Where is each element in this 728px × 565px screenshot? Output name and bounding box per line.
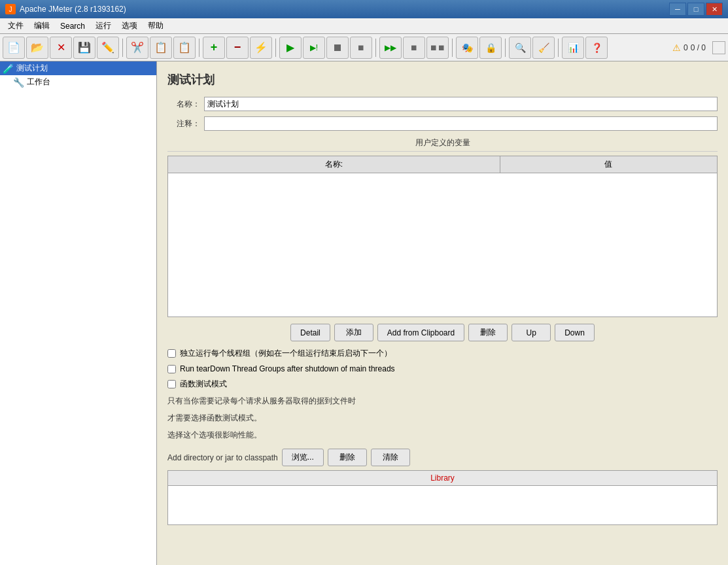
- window-title: Apache JMeter (2.8 r1393162): [20, 5, 665, 14]
- menu-search[interactable]: Search: [55, 20, 90, 32]
- ssl-button[interactable]: 🔒: [479, 37, 502, 59]
- separator-4: [375, 39, 376, 57]
- browse-button[interactable]: 浏览...: [282, 449, 324, 466]
- menu-bar: 文件 编辑 Search 运行 选项 帮助: [0, 18, 728, 34]
- desc-line2: 才需要选择函数测试模式。: [167, 412, 718, 424]
- delete-variable-button[interactable]: 删除: [468, 324, 508, 341]
- name-label: 名称：: [167, 99, 200, 110]
- menu-edit[interactable]: 编辑: [29, 19, 55, 33]
- teardown-threads-label: Run tearDown Thread Groups after shutdow…: [180, 364, 395, 373]
- save-as-button[interactable]: ✏️: [97, 37, 119, 59]
- warning-count: 0: [684, 43, 688, 52]
- detail-button[interactable]: Detail: [290, 324, 330, 341]
- clear-button[interactable]: ⚡: [250, 37, 272, 59]
- desc-line3: 选择这个选项很影响性能。: [167, 429, 718, 441]
- name-input[interactable]: [204, 97, 718, 111]
- search-toolbar-button[interactable]: 🔍: [509, 37, 531, 59]
- save-button[interactable]: 💾: [73, 37, 95, 59]
- content-panel: 测试计划 名称： 注释： 用户定义的变量 名称: 值 Detail 添加: [157, 61, 728, 565]
- separator-5: [452, 39, 453, 57]
- action-buttons: Detail 添加 Add from Clipboard 删除 Up Down: [167, 324, 718, 341]
- teardown-threads-checkbox[interactable]: [167, 365, 176, 373]
- col-value: 值: [500, 156, 717, 173]
- clear-all-button[interactable]: 🧹: [532, 37, 555, 59]
- library-table-body: [167, 486, 718, 525]
- comment-input[interactable]: [204, 116, 718, 131]
- minimize-button[interactable]: ─: [669, 3, 686, 16]
- main-layout: 🧪 测试计划 🔧 工作台 测试计划 名称： 注释： 用户定义的变量 名称:: [0, 61, 728, 565]
- comment-label: 注释：: [167, 118, 200, 129]
- col-name: 名称:: [168, 156, 500, 173]
- menu-run[interactable]: 运行: [90, 19, 116, 33]
- menu-file[interactable]: 文件: [3, 19, 29, 33]
- down-button[interactable]: Down: [555, 324, 595, 341]
- clear-classpath-button[interactable]: 清除: [371, 449, 410, 466]
- workbench-icon: 🔧: [13, 77, 24, 88]
- remote-start-button[interactable]: ▶▶: [379, 37, 402, 59]
- shutdown-button[interactable]: ⏹: [350, 37, 372, 59]
- remote-stop-all-button[interactable]: ⏹⏹: [426, 37, 449, 59]
- independent-threads-row: 独立运行每个线程组（例如在一个组运行结束后启动下一个）: [167, 348, 718, 359]
- test-plan-icon: 🧪: [3, 63, 14, 74]
- report-button[interactable]: 📊: [562, 37, 584, 59]
- toolbar-indicator: [712, 41, 725, 54]
- stop-button[interactable]: ⏹: [326, 37, 349, 59]
- paste-button[interactable]: 📋: [173, 37, 196, 59]
- remote-stop-button[interactable]: ⏹: [403, 37, 425, 59]
- separator-6: [505, 39, 506, 57]
- tree-item-test-plan-label: 测试计划: [16, 63, 48, 74]
- copy-button[interactable]: 📋: [150, 37, 172, 59]
- help-toolbar-button[interactable]: ❓: [585, 37, 608, 59]
- cut-button[interactable]: ✂️: [126, 37, 148, 59]
- add-clipboard-button[interactable]: Add from Clipboard: [377, 324, 464, 341]
- app-icon: J: [5, 4, 16, 14]
- comment-row: 注释：: [167, 116, 718, 131]
- toolbar: 📄 📂 ✕ 💾 ✏️ ✂️ 📋 📋 + − ⚡ ▶ ▶! ⏹ ⏹ ▶▶ ⏹ ⏹⏹…: [0, 34, 728, 61]
- variables-section-title: 用户定义的变量: [167, 137, 718, 152]
- new-button[interactable]: 📄: [3, 37, 25, 59]
- separator-2: [199, 39, 199, 57]
- separator-3: [275, 39, 276, 57]
- independent-threads-checkbox[interactable]: [167, 349, 176, 358]
- toolbar-status: ⚠ 0 0 / 0: [672, 43, 706, 53]
- separator-7: [558, 39, 559, 57]
- functional-mode-row: 函数测试模式: [167, 379, 718, 390]
- classpath-row: Add directory or jar to classpath 浏览... …: [167, 449, 718, 466]
- functional-mode-checkbox[interactable]: [167, 380, 176, 388]
- maximize-button[interactable]: □: [687, 3, 704, 16]
- variables-table-body: [167, 173, 718, 317]
- separator-1: [122, 39, 123, 57]
- add-button[interactable]: +: [203, 37, 225, 59]
- panel-title: 测试计划: [167, 72, 718, 88]
- close-button[interactable]: ✕: [706, 3, 723, 16]
- teardown-threads-row: Run tearDown Thread Groups after shutdow…: [167, 364, 718, 373]
- library-table: Library: [167, 470, 718, 486]
- title-bar: J Apache JMeter (2.8 r1393162) ─ □ ✕: [0, 0, 728, 18]
- add-variable-button[interactable]: 添加: [334, 324, 373, 341]
- tree-item-workbench-label: 工作台: [27, 77, 50, 88]
- up-button[interactable]: Up: [511, 324, 551, 341]
- functional-mode-label: 函数测试模式: [180, 379, 227, 390]
- name-row: 名称：: [167, 97, 718, 111]
- template-button[interactable]: 🎭: [456, 37, 478, 59]
- library-col: Library: [168, 471, 718, 486]
- menu-help[interactable]: 帮助: [143, 19, 169, 33]
- counter: 0 / 0: [691, 43, 706, 52]
- close-button[interactable]: ✕: [50, 37, 72, 59]
- remove-button[interactable]: −: [226, 37, 249, 59]
- warning-icon: ⚠: [672, 43, 681, 53]
- variables-table: 名称: 值: [167, 156, 718, 173]
- tree-item-workbench[interactable]: 🔧 工作台: [0, 75, 156, 89]
- window-controls: ─ □ ✕: [669, 3, 723, 16]
- run-no-pause-button[interactable]: ▶!: [303, 37, 325, 59]
- desc-line1: 只有当你需要记录每个请求从服务器取得的据到文件时: [167, 395, 718, 407]
- tree-panel: 🧪 测试计划 🔧 工作台: [0, 61, 157, 565]
- tree-item-test-plan[interactable]: 🧪 测试计划: [0, 61, 156, 75]
- delete-classpath-button[interactable]: 删除: [328, 449, 367, 466]
- open-button[interactable]: 📂: [26, 37, 48, 59]
- classpath-label: Add directory or jar to classpath: [167, 453, 278, 462]
- independent-threads-label: 独立运行每个线程组（例如在一个组运行结束后启动下一个）: [180, 348, 392, 359]
- menu-options[interactable]: 选项: [116, 19, 143, 33]
- run-button[interactable]: ▶: [279, 37, 302, 59]
